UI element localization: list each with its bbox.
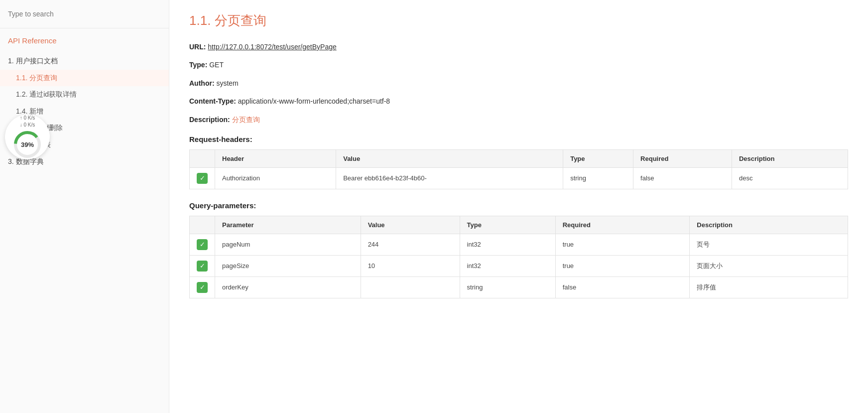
sidebar: API Reference 1. 用户接口文档1.1. 分页查询1.2. 通过i… — [0, 0, 169, 413]
download-stat: ↓ 0 K/s — [20, 122, 35, 129]
table-row: ✓ pageSize 10 int32 true 页面大小 — [190, 255, 848, 276]
request-headers-table: Header Value Type Required Description ✓… — [189, 149, 848, 189]
param-required: true — [555, 234, 690, 255]
param-check-col — [190, 216, 215, 234]
header-col-type: Type — [563, 149, 633, 167]
query-parameters-label: Query-parameters: — [189, 201, 848, 210]
content-type-value: application/x-www-form-urlencoded;charse… — [238, 97, 390, 105]
header-type: string — [563, 167, 633, 189]
table-row: ✓ Authorization Bearer ebb616e4-b23f-4b6… — [190, 167, 848, 189]
query-parameters-table: Parameter Value Type Required Descriptio… — [189, 216, 848, 298]
param-col-description: Description — [690, 216, 848, 234]
sidebar-section-title: API Reference — [0, 28, 169, 49]
header-required: false — [633, 167, 732, 189]
search-input[interactable] — [8, 10, 161, 18]
param-name: pageSize — [215, 255, 361, 276]
param-value: 10 — [361, 255, 460, 276]
type-label: Type: — [189, 61, 207, 69]
url-link[interactable]: http://127.0.0.1:8072/test/user/getByPag… — [208, 43, 336, 51]
param-col-required: Required — [555, 216, 690, 234]
request-headers-label: Request-headers: — [189, 135, 848, 143]
param-value: 244 — [361, 234, 460, 255]
type-row: Type: GET — [189, 59, 848, 70]
row-check[interactable]: ✓ — [190, 255, 215, 276]
header-col-value: Value — [336, 149, 563, 167]
table-row: ✓ orderKey string false 排序值 — [190, 276, 848, 298]
author-label: Author: — [189, 79, 215, 87]
sidebar-item-section1[interactable]: 1. 用户接口文档 — [0, 53, 169, 70]
type-value: GET — [209, 61, 224, 69]
param-required: true — [555, 255, 690, 276]
table-row: ✓ pageNum 244 int32 true 页号 — [190, 234, 848, 255]
param-type: int32 — [460, 234, 555, 255]
description-row: Description: 分页查询 — [189, 114, 848, 125]
header-col-header: Header — [215, 149, 336, 167]
url-label: URL: — [189, 43, 206, 51]
param-description: 排序值 — [690, 276, 848, 298]
header-col-description: Description — [732, 149, 848, 167]
param-description: 页面大小 — [690, 255, 848, 276]
row-check[interactable]: ✓ — [190, 167, 215, 189]
header-name: Authorization — [215, 167, 336, 189]
content-type-label: Content-Type: — [189, 97, 236, 105]
param-required: false — [555, 276, 690, 298]
page-title: 1.1. 分页查询 — [189, 12, 848, 29]
main-content: 1.1. 分页查询 URL: http://127.0.0.1:8072/tes… — [169, 0, 868, 413]
author-value: system — [216, 79, 238, 87]
param-description: 页号 — [690, 234, 848, 255]
upload-stat: ↑ 0 K/s — [20, 115, 35, 122]
donut-chart: 39% — [12, 130, 42, 159]
param-name: pageNum — [215, 234, 361, 255]
param-col-type: Type — [460, 216, 555, 234]
row-check[interactable]: ✓ — [190, 276, 215, 298]
header-check-col — [190, 149, 215, 167]
network-widget: ↑ 0 K/s ↓ 0 K/s 39% — [5, 115, 50, 159]
description-value: 分页查询 — [232, 116, 260, 124]
param-type: string — [460, 276, 555, 298]
row-check[interactable]: ✓ — [190, 234, 215, 255]
search-bar[interactable] — [0, 0, 169, 28]
header-value: Bearer ebb616e4-b23f-4b60- — [336, 167, 563, 189]
sidebar-item-section1-2[interactable]: 1.2. 通过id获取详情 — [0, 86, 169, 103]
network-stats: ↑ 0 K/s ↓ 0 K/s — [20, 115, 35, 129]
param-value — [361, 276, 460, 298]
sidebar-item-section1-1[interactable]: 1.1. 分页查询 — [0, 70, 169, 87]
author-row: Author: system — [189, 78, 848, 89]
param-col-value: Value — [361, 216, 460, 234]
param-name: orderKey — [215, 276, 361, 298]
content-type-row: Content-Type: application/x-www-form-url… — [189, 96, 848, 107]
param-type: int32 — [460, 255, 555, 276]
url-row: URL: http://127.0.0.1:8072/test/user/get… — [189, 41, 848, 52]
param-col-parameter: Parameter — [215, 216, 361, 234]
header-description: desc — [732, 167, 848, 189]
description-label: Description: — [189, 116, 230, 124]
header-col-required: Required — [633, 149, 732, 167]
donut-percent-label: 39% — [21, 141, 34, 148]
